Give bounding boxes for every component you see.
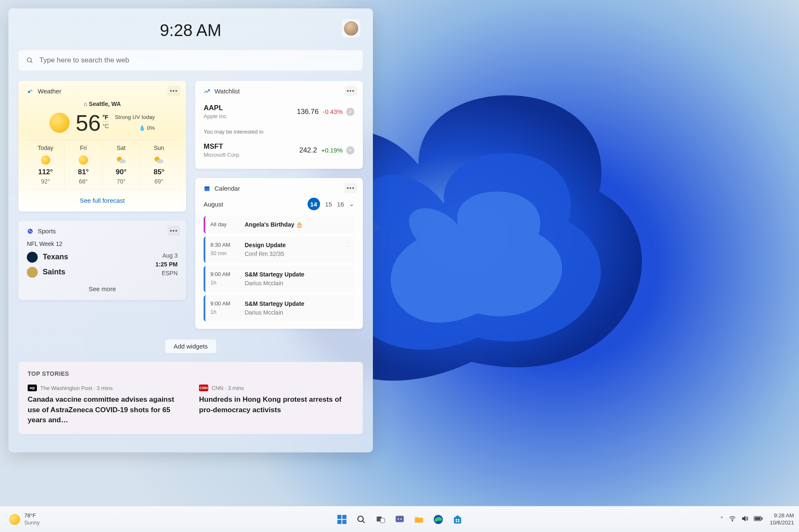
chevron-up-icon[interactable]: ˄ xyxy=(720,516,724,523)
panel-clock: 9:28 AM xyxy=(18,21,363,40)
svg-rect-29 xyxy=(455,521,457,522)
forecast-day[interactable]: Sat90°70° xyxy=(103,140,140,189)
taskbar-weather[interactable]: 78°F Sunny xyxy=(5,510,76,529)
taskbar-search-button[interactable] xyxy=(354,512,369,527)
game-info: Aug 3 1:25 PM ESPN xyxy=(155,251,178,278)
taskbar-cond: Sunny xyxy=(24,519,40,527)
edge-button[interactable] xyxy=(431,512,446,527)
source-badge-icon: wp xyxy=(28,385,37,391)
store-button[interactable] xyxy=(450,512,465,527)
sports-more-button[interactable]: ••• xyxy=(168,226,180,236)
watchlist-note: You may be interested in xyxy=(204,129,354,135)
svg-marker-32 xyxy=(742,517,745,521)
calendar-date[interactable]: 16 xyxy=(337,201,344,208)
team-logo-icon xyxy=(27,267,38,278)
svg-point-7 xyxy=(28,229,33,234)
forecast-day[interactable]: Fri81°68° xyxy=(65,140,102,189)
watchlist-row[interactable]: AAPLApple Inc.136.76-0.43%✓ xyxy=(204,101,354,123)
sports-see-more-link[interactable]: See more xyxy=(27,285,178,292)
news-story[interactable]: wpThe Washington Post · 3 minsCanada vac… xyxy=(28,385,182,426)
svg-rect-15 xyxy=(342,520,346,524)
stocks-icon xyxy=(204,88,210,95)
calendar-event[interactable]: All dayAngela's Birthday 🎂 xyxy=(204,216,354,233)
file-explorer-button[interactable] xyxy=(411,512,427,527)
see-forecast-link[interactable]: See full forecast xyxy=(27,197,178,204)
sports-widget[interactable]: Sports ••• NFL Week 12 TexansSaints Aug … xyxy=(18,221,186,300)
calendar-month: August xyxy=(204,201,223,208)
svg-point-6 xyxy=(157,159,163,163)
svg-point-2 xyxy=(28,90,30,93)
forecast-day[interactable]: Today112°92° xyxy=(27,140,65,189)
calendar-more-button[interactable]: ••• xyxy=(344,183,357,193)
calendar-date[interactable]: 14 xyxy=(308,198,320,210)
svg-rect-14 xyxy=(337,520,341,524)
weather-icon xyxy=(27,88,34,95)
svg-rect-20 xyxy=(396,516,404,522)
svg-point-0 xyxy=(27,58,31,62)
source-badge-icon: CNN xyxy=(199,385,208,391)
svg-rect-11 xyxy=(204,186,209,188)
top-stories-widget[interactable]: TOP STORIES wpThe Washington Post · 3 mi… xyxy=(18,362,363,434)
sports-icon xyxy=(27,228,34,235)
weather-widget[interactable]: Weather ••• ⌂Seattle, WA 56 °F °C Strong… xyxy=(18,81,186,212)
forecast-day[interactable]: Sun85°69° xyxy=(140,140,178,189)
watchlist-widget[interactable]: Watchlist ••• AAPLApple Inc.136.76-0.43%… xyxy=(195,81,363,169)
watchlist-row[interactable]: MSFTMicrosoft Corp.242.2+0.19%+ xyxy=(204,139,354,161)
widgets-panel: 9:28 AM Weather ••• ⌂Seattle, WA 56 xyxy=(8,8,373,452)
search-input[interactable] xyxy=(39,56,355,65)
top-stories-heading: TOP STORIES xyxy=(28,370,354,377)
watchlist-more-button[interactable]: ••• xyxy=(344,86,357,96)
sun-icon xyxy=(49,113,70,133)
svg-point-22 xyxy=(400,518,401,519)
weather-more-button[interactable]: ••• xyxy=(168,86,180,96)
user-avatar[interactable] xyxy=(342,19,360,38)
team-row: Saints xyxy=(27,267,68,278)
weather-conditions: Strong UV today 💧 0% xyxy=(115,112,155,134)
calendar-date[interactable]: 15 xyxy=(325,201,332,208)
svg-point-4 xyxy=(119,159,126,163)
system-tray[interactable]: ˄ 9:28 AM 10/6/2021 xyxy=(720,512,794,527)
battery-icon[interactable] xyxy=(754,516,763,523)
svg-rect-23 xyxy=(415,518,423,522)
calendar-icon xyxy=(204,185,210,192)
svg-rect-19 xyxy=(380,518,385,523)
svg-rect-12 xyxy=(337,515,341,519)
calendar-event[interactable]: 8:30 AM30 minDesign UpdateConf Rm 32/35⋮… xyxy=(204,237,354,263)
start-button[interactable] xyxy=(334,512,349,527)
sports-subtitle: NFL Week 12 xyxy=(27,240,178,247)
add-widgets-button[interactable]: Add widgets xyxy=(165,339,217,354)
home-icon: ⌂ xyxy=(84,101,87,107)
task-view-button[interactable] xyxy=(373,512,388,527)
wifi-icon[interactable] xyxy=(729,515,736,524)
taskbar-center xyxy=(334,512,465,527)
news-story[interactable]: CNNCNN · 3 minsHundreds in Hong Kong pro… xyxy=(199,385,354,426)
calendar-event[interactable]: 9:00 AM1hS&M Startegy UpdateDarius Mccla… xyxy=(204,266,354,292)
sun-icon xyxy=(9,514,20,525)
svg-rect-28 xyxy=(458,519,459,520)
forecast-row: Today112°92°Fri81°68°Sat90°70°Sun85°69° xyxy=(27,140,178,189)
sports-title: Sports xyxy=(38,227,56,235)
taskbar-temp: 78°F xyxy=(24,512,40,519)
weather-title: Weather xyxy=(38,88,61,95)
svg-rect-26 xyxy=(455,516,459,517)
calendar-widget[interactable]: Calendar ••• August 141516⌄ All dayAngel… xyxy=(195,178,363,329)
team-row: Texans xyxy=(27,252,68,263)
watchlist-title: Watchlist xyxy=(215,88,240,95)
taskbar-clock[interactable]: 9:28 AM 10/6/2021 xyxy=(770,512,794,527)
svg-rect-30 xyxy=(458,521,459,522)
svg-rect-35 xyxy=(762,517,763,519)
chat-button[interactable] xyxy=(392,512,407,527)
svg-rect-25 xyxy=(454,517,461,523)
volume-icon[interactable] xyxy=(741,515,749,524)
temp-unit-toggle[interactable]: °F °C xyxy=(102,114,109,129)
search-bar[interactable] xyxy=(18,50,363,71)
calendar-date-picker[interactable]: 141516⌄ xyxy=(308,198,354,210)
search-icon xyxy=(26,57,34,64)
svg-point-16 xyxy=(358,516,363,522)
calendar-event[interactable]: 9:00 AM1hS&M Startegy UpdateDarius Mccla… xyxy=(204,295,354,321)
svg-rect-27 xyxy=(455,519,457,520)
drag-handle-icon[interactable]: ⋮⋮ xyxy=(346,241,350,248)
svg-point-9 xyxy=(31,231,32,232)
weather-location: ⌂Seattle, WA xyxy=(27,101,178,107)
chevron-down-icon[interactable]: ⌄ xyxy=(349,200,354,208)
